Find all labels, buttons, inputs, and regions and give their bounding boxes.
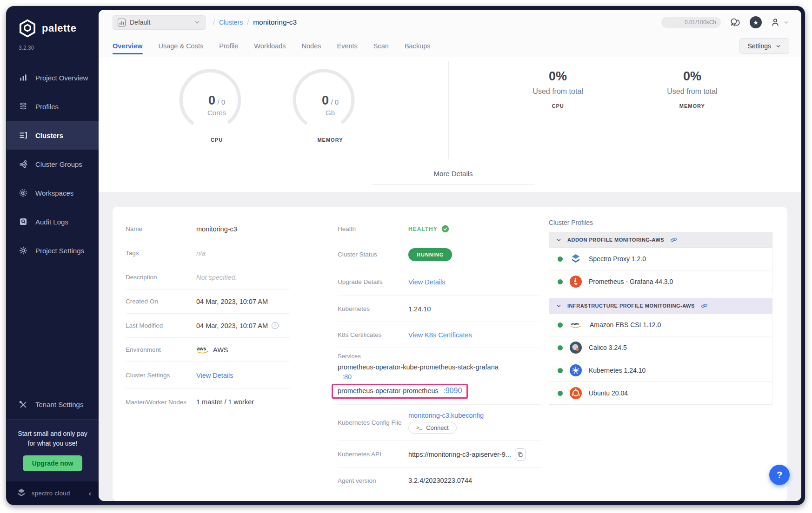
- brand: palette: [7, 7, 99, 38]
- usage-caption: MEMORY: [667, 103, 717, 109]
- sidebar-item-profiles[interactable]: Profiles: [7, 92, 99, 121]
- k8s-certificates-link[interactable]: View K8s Certificates: [408, 331, 472, 339]
- infrastructure-profile-header[interactable]: INFRASTRUCTURE PROFILE MONITORING-AWS: [549, 298, 772, 314]
- kubernetes-api-value: https://monitoring-c3-apiserver-9...: [408, 451, 511, 458]
- profile-item-name: Prometheus - Grafana 44.3.0: [589, 278, 673, 285]
- palette-logo-icon: [18, 19, 37, 38]
- row-label: Kubernetes API: [338, 451, 408, 458]
- copy-button[interactable]: [515, 448, 526, 460]
- gauge-used: 0: [322, 93, 329, 107]
- profile-item-kubernetes[interactable]: Kubernetes 1.24.10: [549, 359, 772, 382]
- row-label: Description: [126, 274, 196, 281]
- profile-item-prometheus-grafana[interactable]: Prometheus - Grafana 44.3.0: [549, 270, 772, 293]
- sidebar-item-workspaces[interactable]: Workspaces: [7, 178, 99, 207]
- more-details-wrap: More Details: [372, 170, 535, 185]
- spectro-cloud-logo-icon: [16, 487, 27, 499]
- promo-text: Start small and only pay for what you us…: [11, 429, 94, 449]
- sidebar-item-cluster-groups[interactable]: Cluster Groups: [7, 150, 99, 178]
- collapse-sidebar-icon[interactable]: ‹: [89, 489, 91, 497]
- sidebar-item-tenant-settings[interactable]: Tenant Settings: [7, 390, 99, 419]
- profile-item-calico[interactable]: Calico 3.24.5: [549, 336, 772, 359]
- row-label: Name: [126, 225, 196, 232]
- info-icon[interactable]: i: [272, 322, 279, 329]
- tab-workloads[interactable]: Workloads: [254, 35, 286, 57]
- breadcrumb-separator: /: [247, 19, 249, 26]
- services-label: Services: [338, 353, 541, 360]
- cluster-details-card: Name monitoring-c3 Tags n/a Description …: [113, 207, 787, 501]
- sidebar-item-audit-logs[interactable]: Audit Logs: [7, 207, 99, 236]
- status-dot-icon: [558, 368, 563, 373]
- profile-item-spectro-proxy[interactable]: Spectro Proxy 1.2.0: [549, 248, 772, 270]
- row-label: Last Modified: [126, 322, 196, 329]
- tab-nodes[interactable]: Nodes: [302, 35, 321, 57]
- row-label: Cluster Status: [338, 251, 408, 258]
- user-menu[interactable]: [770, 17, 789, 27]
- created-on-value: 04 Mar, 2023, 10:07 AM: [196, 298, 268, 305]
- cpu-usage-stat: 0% Used from total CPU: [532, 69, 583, 163]
- tab-events[interactable]: Events: [337, 35, 357, 57]
- target-icon: [19, 188, 28, 197]
- profile-group-label: ADDON PROFILE MONITORING-AWS: [567, 237, 664, 243]
- upgrade-now-button[interactable]: Upgrade now: [23, 455, 83, 471]
- environment-value: AWS: [213, 346, 228, 354]
- row-label: Tags: [126, 250, 196, 256]
- prometheus-icon: [570, 276, 582, 288]
- row-label: Cluster Settings: [126, 372, 196, 379]
- profile-item-ubuntu[interactable]: Ubuntu 20.04: [549, 382, 772, 405]
- detail-row-k8s-certificates: K8s Certificates View K8s Certificates: [338, 322, 541, 348]
- detail-row-environment: Environment aws AWS: [126, 338, 290, 362]
- tab-bar: Overview Usage & Costs Profile Workloads…: [99, 35, 801, 57]
- ubuntu-icon: [570, 387, 582, 399]
- health-status-text: HEALTHY: [408, 226, 438, 232]
- sidebar-item-label: Cluster Groups: [35, 160, 82, 168]
- service-port-link[interactable]: :80: [342, 373, 352, 381]
- row-label: Agent version: [338, 477, 408, 484]
- addon-profile-header[interactable]: ADDON PROFILE MONITORING-AWS: [549, 232, 772, 248]
- tab-backups[interactable]: Backups: [405, 35, 431, 57]
- sidebar-item-project-settings[interactable]: Project Settings: [7, 236, 99, 265]
- row-label: Created On: [126, 298, 196, 305]
- sidebar-item-project-overview[interactable]: Project Overview: [7, 63, 99, 92]
- chat-button[interactable]: [729, 17, 741, 28]
- settings-button-label: Settings: [747, 42, 771, 50]
- breadcrumb-clusters-link[interactable]: Clusters: [219, 19, 243, 26]
- help-button[interactable]: ?: [769, 465, 790, 485]
- tab-usage-costs[interactable]: Usage & Costs: [159, 35, 204, 57]
- service-prometheus-highlight: prometheus-operator-prometheus :9090: [332, 384, 468, 399]
- gauges: 0 / 0 Cores CPU 0 / 0 Gb MEMORY: [99, 57, 448, 163]
- connect-button[interactable]: >_ Connect: [408, 422, 457, 434]
- project-selector[interactable]: Default: [113, 15, 206, 30]
- whats-new-button[interactable]: ★: [750, 16, 762, 28]
- detail-row-name: Name monitoring-c3: [126, 217, 290, 241]
- settings-button[interactable]: Settings: [739, 38, 789, 54]
- breadcrumb-current: monitoring-c3: [253, 18, 297, 26]
- audit-log-icon: [19, 217, 28, 226]
- service-port-link[interactable]: :9090: [443, 387, 462, 395]
- gauge-total: 0: [221, 98, 225, 106]
- upgrade-details-link[interactable]: View Details: [408, 278, 446, 286]
- description-value: Not specified.: [196, 274, 237, 281]
- tab-scan[interactable]: Scan: [373, 35, 389, 57]
- kubeconfig-file-link[interactable]: monitoring-c3.kubeconfig: [408, 412, 484, 419]
- sidebar-item-clusters[interactable]: Clusters: [7, 121, 99, 150]
- cluster-settings-link[interactable]: View Details: [196, 372, 233, 379]
- sidebar-nav: Project Overview Profiles Clusters Clust…: [7, 63, 99, 265]
- profile-item-amazon-ebs-csi[interactable]: aws Amazon EBS CSI 1.12.0: [549, 314, 772, 336]
- gauge-caption: CPU: [175, 137, 259, 143]
- usage-percent: 0%: [532, 69, 583, 84]
- more-details-button[interactable]: More Details: [433, 170, 473, 178]
- status-dot-icon: [558, 391, 563, 396]
- detail-row-kubernetes: Kubernetes 1.24.10: [338, 296, 541, 322]
- service-name: prometheus-operator-kube-prometheus-stac…: [338, 363, 499, 371]
- tab-overview[interactable]: Overview: [113, 35, 143, 57]
- promo-line-1: Start small and only pay: [11, 429, 94, 439]
- gauge-used: 0: [208, 93, 215, 107]
- usage-percent: 0%: [667, 69, 717, 84]
- section-gap: [99, 192, 801, 207]
- sidebar-item-label: Tenant Settings: [35, 401, 83, 408]
- cluster-profiles-title: Cluster Profiles: [549, 219, 772, 226]
- gauge-unit: Cores: [175, 109, 259, 117]
- detail-row-health: Health HEALTHY: [338, 217, 541, 241]
- kubernetes-version-value: 1.24.10: [408, 305, 431, 313]
- tab-profile[interactable]: Profile: [219, 35, 238, 57]
